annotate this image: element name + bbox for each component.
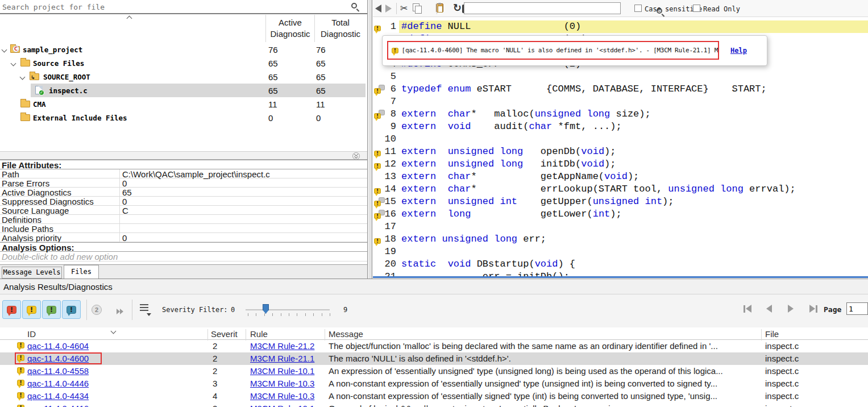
code-line-10[interactable]: 10 bbox=[373, 133, 868, 146]
code-line-9[interactable]: 9extern void audit(char *fmt, ...); bbox=[373, 121, 868, 133]
selection-annotation-box bbox=[15, 352, 102, 364]
code-line-16[interactable]: 16extern long getLower(int); bbox=[373, 208, 868, 221]
attribute-label: Active Diagnostics bbox=[2, 188, 72, 197]
table-row-qac-11.4.0-4416[interactable]: qac-11.4.0-4416 2 M3CM Rule-10.1 Operand… bbox=[0, 402, 868, 407]
severity-slider-handle[interactable] bbox=[263, 304, 269, 314]
tree-item-CMA[interactable]: CMA 11 11 bbox=[0, 97, 367, 111]
tree-item-Source Files[interactable]: Source Files 65 65 bbox=[0, 56, 367, 70]
code-line-12[interactable]: 12extern unsigned long initDb(void); bbox=[373, 158, 868, 171]
tab-files[interactable]: Files bbox=[64, 265, 99, 279]
editor-search-input[interactable] bbox=[464, 2, 621, 14]
column-header-total-diagnostic[interactable]: Total Diagnostic bbox=[315, 17, 366, 40]
tree-item-sample_project[interactable]: sample_project 76 76 bbox=[0, 43, 367, 56]
tree-item-SOURCE_ROOT[interactable]: ↳ SOURCE_ROOT 65 65 bbox=[0, 70, 367, 84]
diagnostic-id-link[interactable]: qac-11.4.0-4416 bbox=[27, 404, 89, 407]
page-number-input[interactable] bbox=[846, 302, 868, 315]
code-line-11[interactable]: 11extern unsigned long openDb(void); bbox=[373, 146, 868, 158]
line-number: 1 bbox=[373, 20, 396, 33]
expand-caret-icon[interactable] bbox=[20, 74, 26, 80]
rule-link[interactable]: M3CM Rule-10.1 bbox=[250, 366, 314, 376]
attribute-value: C bbox=[122, 206, 128, 215]
add-option-placeholder[interactable]: Double-click to add new option bbox=[0, 252, 368, 261]
col-header-severity[interactable]: Severit bbox=[211, 329, 238, 339]
menu-icon[interactable] bbox=[140, 304, 148, 305]
file-icon bbox=[35, 86, 43, 94]
case-sensitive-checkbox[interactable] bbox=[634, 5, 642, 12]
line-number: 5 bbox=[373, 70, 396, 83]
col-header-file[interactable]: File bbox=[765, 329, 779, 339]
severity-slider-track[interactable] bbox=[246, 309, 330, 311]
diagnostic-id-link[interactable]: qac-11.4.0-4434 bbox=[27, 391, 89, 401]
next-page-icon[interactable] bbox=[788, 305, 794, 313]
column-header-active-diagnostic[interactable]: Active Diagnostic bbox=[266, 17, 314, 40]
vertical-splitter[interactable] bbox=[368, 0, 372, 279]
filter-warning-button[interactable] bbox=[22, 300, 41, 319]
collapse-panel-icon[interactable] bbox=[352, 152, 360, 160]
rule-link[interactable]: M3CM Rule-21.2 bbox=[250, 341, 314, 351]
reload-icon[interactable] bbox=[453, 3, 462, 14]
rule-link[interactable]: M3CM Rule-21.1 bbox=[250, 354, 314, 363]
copy-icon[interactable] bbox=[413, 3, 421, 13]
code-line-19[interactable]: 19 bbox=[373, 246, 868, 258]
total-diagnostic-count: 76 bbox=[316, 45, 326, 55]
line-number: 17 bbox=[373, 221, 396, 233]
tree-item-External Include Files[interactable]: External Include Files 0 0 bbox=[0, 111, 367, 124]
col-header-rule[interactable]: Rule bbox=[250, 329, 268, 339]
project-search-input[interactable] bbox=[2, 2, 343, 13]
attribute-row-path: Path C:\Work\QAC\sample_project\inspect.… bbox=[0, 169, 368, 178]
code-line-15[interactable]: 15extern unsigned int getUpper(unsigned … bbox=[373, 196, 868, 208]
table-row-qac-11.4.0-4558[interactable]: qac-11.4.0-4558 2 M3CM Rule-10.1 An expr… bbox=[0, 365, 868, 377]
code-line-8[interactable]: 8extern char* malloc(unsigned long size)… bbox=[373, 108, 868, 121]
cut-icon[interactable] bbox=[400, 3, 408, 14]
code-line-13[interactable]: 13extern char* getAppName(void); bbox=[373, 171, 868, 183]
table-row-qac-11.4.0-4600[interactable]: qac-11.4.0-4600 2 M3CM Rule-21.1 The mac… bbox=[0, 352, 868, 365]
navigate-forward-icon[interactable] bbox=[385, 5, 392, 13]
severity-value: 2 bbox=[213, 341, 217, 351]
col-header-message[interactable]: Message bbox=[329, 329, 363, 339]
navigate-back-icon[interactable] bbox=[375, 5, 381, 13]
rule-link[interactable]: M3CM Rule-10.3 bbox=[250, 391, 314, 401]
menu-dropdown-icon[interactable] bbox=[147, 313, 151, 318]
diagnostic-id-link[interactable]: qac-11.4.0-4558 bbox=[27, 366, 89, 376]
rule-link[interactable]: M3CM Rule-10.1 bbox=[250, 404, 314, 407]
diagnostic-id-link[interactable]: qac-11.4.0-4446 bbox=[27, 379, 89, 388]
left-panel-tabs: Message Levels Files bbox=[0, 264, 368, 279]
more-filters-icon[interactable] bbox=[117, 306, 123, 317]
tree-item-inspect.c[interactable]: inspect.c 65 65 bbox=[0, 84, 367, 97]
rule-link[interactable]: M3CM Rule-10.3 bbox=[250, 379, 314, 388]
filter-info-button[interactable] bbox=[42, 300, 61, 319]
attribute-label: Include Paths bbox=[2, 225, 53, 233]
filter-note-button[interactable] bbox=[62, 300, 81, 319]
tree-item-label: CMA bbox=[33, 100, 46, 109]
help-link[interactable]: Help bbox=[730, 47, 747, 55]
tab-message-levels[interactable]: Message Levels bbox=[2, 267, 62, 279]
first-page-icon[interactable] bbox=[744, 305, 751, 313]
suppressed-count-icon[interactable]: 2 bbox=[92, 305, 102, 315]
code-line-6[interactable]: 6typedef enum eSTART {COMMS, DATABASE, I… bbox=[373, 83, 868, 95]
previous-page-icon[interactable] bbox=[766, 305, 772, 313]
col-header-id[interactable]: ID bbox=[27, 329, 36, 339]
table-row-qac-11.4.0-4604[interactable]: qac-11.4.0-4604 2 M3CM Rule-21.2 The obj… bbox=[0, 340, 868, 352]
code-line-14[interactable]: 14extern char* errLookup(START tool, uns… bbox=[373, 183, 868, 196]
code-line-1[interactable]: 1#define NULL (0) bbox=[373, 20, 868, 33]
code-line-5[interactable]: 5 bbox=[373, 70, 868, 83]
read-only-checkbox[interactable] bbox=[693, 5, 700, 12]
table-row-qac-11.4.0-4434[interactable]: qac-11.4.0-4434 4 M3CM Rule-10.3 A non-c… bbox=[0, 390, 868, 402]
code-line-18[interactable]: 18extern unsigned long err; bbox=[373, 233, 868, 246]
code-line-17[interactable]: 17 bbox=[373, 221, 868, 233]
expand-caret-icon[interactable] bbox=[2, 47, 7, 53]
last-page-icon[interactable] bbox=[809, 305, 817, 313]
table-sort-indicator-icon[interactable] bbox=[111, 329, 117, 334]
code-line-7[interactable]: 7 bbox=[373, 95, 868, 108]
attribute-value: 0 bbox=[122, 234, 127, 242]
diagnostic-id-link[interactable]: qac-11.4.0-4604 bbox=[27, 341, 89, 351]
filter-error-button[interactable] bbox=[2, 300, 21, 319]
table-row-qac-11.4.0-4446[interactable]: qac-11.4.0-4446 3 M3CM Rule-10.3 A non-c… bbox=[0, 377, 868, 390]
code-line-20[interactable]: 20static void DBstartup(void) { bbox=[373, 258, 868, 271]
code-line-21[interactable]: 21 err = initDb(); bbox=[373, 271, 868, 276]
diagnostic-popup: [qac-11.4.0-4600] The macro 'NULL' is al… bbox=[382, 35, 767, 66]
analyzed-check-icon bbox=[39, 90, 44, 95]
expand-caret-icon[interactable] bbox=[11, 61, 16, 67]
tree-sort-indicator-icon[interactable] bbox=[127, 16, 132, 22]
paste-icon[interactable] bbox=[436, 3, 443, 13]
